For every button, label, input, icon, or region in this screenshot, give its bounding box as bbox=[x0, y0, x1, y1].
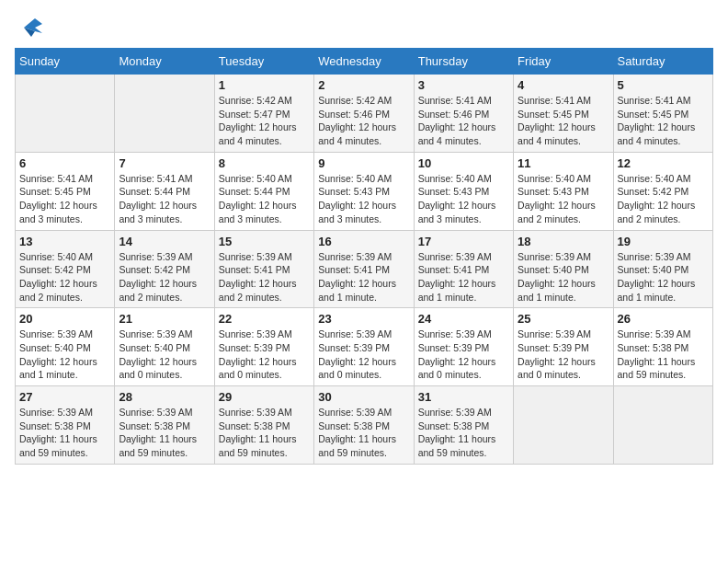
day-number: 19 bbox=[618, 235, 709, 248]
day-number: 18 bbox=[518, 235, 609, 248]
calendar-cell: 18Sunrise: 5:39 AM Sunset: 5:40 PM Dayli… bbox=[514, 230, 613, 308]
calendar-cell: 26Sunrise: 5:39 AM Sunset: 5:38 PM Dayli… bbox=[613, 308, 712, 386]
calendar-day-header: Friday bbox=[514, 49, 613, 75]
day-info: Sunrise: 5:39 AM Sunset: 5:38 PM Dayligh… bbox=[19, 406, 110, 460]
calendar-cell: 23Sunrise: 5:39 AM Sunset: 5:39 PM Dayli… bbox=[314, 308, 414, 386]
calendar-cell: 2Sunrise: 5:42 AM Sunset: 5:46 PM Daylig… bbox=[314, 75, 414, 153]
logo-bird-icon bbox=[17, 15, 44, 40]
calendar-day-header: Sunday bbox=[16, 49, 115, 75]
day-info: Sunrise: 5:40 AM Sunset: 5:44 PM Dayligh… bbox=[219, 172, 310, 226]
day-info: Sunrise: 5:40 AM Sunset: 5:43 PM Dayligh… bbox=[518, 172, 609, 226]
day-info: Sunrise: 5:39 AM Sunset: 5:42 PM Dayligh… bbox=[119, 250, 210, 304]
calendar-cell: 31Sunrise: 5:39 AM Sunset: 5:38 PM Dayli… bbox=[414, 386, 513, 465]
calendar-day-header: Tuesday bbox=[214, 49, 313, 75]
calendar-cell bbox=[115, 75, 214, 153]
day-info: Sunrise: 5:39 AM Sunset: 5:38 PM Dayligh… bbox=[219, 406, 310, 460]
calendar-cell bbox=[613, 386, 712, 465]
calendar-cell: 10Sunrise: 5:40 AM Sunset: 5:43 PM Dayli… bbox=[414, 152, 513, 230]
calendar-cell: 19Sunrise: 5:39 AM Sunset: 5:40 PM Dayli… bbox=[613, 230, 712, 308]
day-number: 1 bbox=[219, 78, 310, 92]
calendar-cell: 25Sunrise: 5:39 AM Sunset: 5:39 PM Dayli… bbox=[514, 308, 613, 386]
day-info: Sunrise: 5:39 AM Sunset: 5:41 PM Dayligh… bbox=[219, 250, 310, 304]
day-info: Sunrise: 5:39 AM Sunset: 5:38 PM Dayligh… bbox=[618, 327, 709, 382]
day-info: Sunrise: 5:39 AM Sunset: 5:39 PM Dayligh… bbox=[318, 327, 409, 382]
calendar-cell: 16Sunrise: 5:39 AM Sunset: 5:41 PM Dayli… bbox=[314, 230, 414, 308]
day-number: 8 bbox=[219, 156, 310, 170]
calendar-cell bbox=[16, 75, 115, 153]
day-number: 2 bbox=[318, 78, 409, 92]
day-info: Sunrise: 5:41 AM Sunset: 5:44 PM Dayligh… bbox=[119, 172, 210, 226]
week-row: 13Sunrise: 5:40 AM Sunset: 5:42 PM Dayli… bbox=[16, 230, 713, 308]
day-number: 6 bbox=[19, 156, 110, 170]
calendar-cell: 12Sunrise: 5:40 AM Sunset: 5:42 PM Dayli… bbox=[613, 152, 712, 230]
calendar-cell: 14Sunrise: 5:39 AM Sunset: 5:42 PM Dayli… bbox=[115, 230, 214, 308]
calendar-cell: 13Sunrise: 5:40 AM Sunset: 5:42 PM Dayli… bbox=[16, 230, 115, 308]
calendar-cell: 22Sunrise: 5:39 AM Sunset: 5:39 PM Dayli… bbox=[214, 308, 313, 386]
day-info: Sunrise: 5:39 AM Sunset: 5:40 PM Dayligh… bbox=[119, 327, 210, 382]
day-number: 31 bbox=[418, 390, 509, 404]
logo bbox=[15, 15, 44, 37]
day-info: Sunrise: 5:41 AM Sunset: 5:45 PM Dayligh… bbox=[518, 94, 609, 148]
day-number: 29 bbox=[219, 390, 310, 404]
calendar-cell: 6Sunrise: 5:41 AM Sunset: 5:45 PM Daylig… bbox=[16, 152, 115, 230]
day-number: 10 bbox=[418, 156, 509, 170]
calendar-header-row: SundayMondayTuesdayWednesdayThursdayFrid… bbox=[16, 49, 713, 75]
day-number: 27 bbox=[19, 390, 110, 404]
day-info: Sunrise: 5:39 AM Sunset: 5:39 PM Dayligh… bbox=[418, 327, 509, 382]
day-number: 26 bbox=[618, 312, 709, 326]
day-number: 30 bbox=[318, 390, 409, 404]
day-info: Sunrise: 5:39 AM Sunset: 5:39 PM Dayligh… bbox=[518, 327, 609, 382]
day-number: 12 bbox=[618, 156, 709, 170]
day-info: Sunrise: 5:42 AM Sunset: 5:46 PM Dayligh… bbox=[318, 94, 409, 148]
calendar-day-header: Thursday bbox=[414, 49, 513, 75]
day-number: 20 bbox=[19, 312, 110, 326]
day-number: 15 bbox=[219, 235, 310, 248]
day-number: 28 bbox=[119, 390, 210, 404]
calendar-day-header: Monday bbox=[115, 49, 214, 75]
day-info: Sunrise: 5:41 AM Sunset: 5:46 PM Dayligh… bbox=[418, 94, 509, 148]
day-info: Sunrise: 5:39 AM Sunset: 5:40 PM Dayligh… bbox=[618, 250, 709, 304]
calendar-cell: 5Sunrise: 5:41 AM Sunset: 5:45 PM Daylig… bbox=[613, 75, 712, 153]
calendar-cell: 11Sunrise: 5:40 AM Sunset: 5:43 PM Dayli… bbox=[514, 152, 613, 230]
week-row: 1Sunrise: 5:42 AM Sunset: 5:47 PM Daylig… bbox=[16, 75, 713, 153]
calendar-cell: 7Sunrise: 5:41 AM Sunset: 5:44 PM Daylig… bbox=[115, 152, 214, 230]
calendar-day-header: Wednesday bbox=[314, 49, 414, 75]
day-info: Sunrise: 5:39 AM Sunset: 5:41 PM Dayligh… bbox=[418, 250, 509, 304]
day-number: 16 bbox=[318, 235, 409, 248]
day-info: Sunrise: 5:40 AM Sunset: 5:43 PM Dayligh… bbox=[318, 172, 409, 226]
calendar-cell: 21Sunrise: 5:39 AM Sunset: 5:40 PM Dayli… bbox=[115, 308, 214, 386]
calendar-cell: 30Sunrise: 5:39 AM Sunset: 5:38 PM Dayli… bbox=[314, 386, 414, 465]
calendar-cell bbox=[514, 386, 613, 465]
calendar-cell: 24Sunrise: 5:39 AM Sunset: 5:39 PM Dayli… bbox=[414, 308, 513, 386]
day-number: 17 bbox=[418, 235, 509, 248]
day-info: Sunrise: 5:42 AM Sunset: 5:47 PM Dayligh… bbox=[219, 94, 310, 148]
day-info: Sunrise: 5:39 AM Sunset: 5:38 PM Dayligh… bbox=[418, 406, 509, 460]
day-info: Sunrise: 5:39 AM Sunset: 5:41 PM Dayligh… bbox=[318, 250, 409, 304]
day-info: Sunrise: 5:41 AM Sunset: 5:45 PM Dayligh… bbox=[19, 172, 110, 226]
calendar-cell: 9Sunrise: 5:40 AM Sunset: 5:43 PM Daylig… bbox=[314, 152, 414, 230]
calendar-cell: 4Sunrise: 5:41 AM Sunset: 5:45 PM Daylig… bbox=[514, 75, 613, 153]
calendar-day-header: Saturday bbox=[613, 49, 712, 75]
day-number: 24 bbox=[418, 312, 509, 326]
week-row: 20Sunrise: 5:39 AM Sunset: 5:40 PM Dayli… bbox=[16, 308, 713, 386]
calendar-cell: 1Sunrise: 5:42 AM Sunset: 5:47 PM Daylig… bbox=[214, 75, 313, 153]
calendar-cell: 28Sunrise: 5:39 AM Sunset: 5:38 PM Dayli… bbox=[115, 386, 214, 465]
day-number: 14 bbox=[119, 235, 210, 248]
calendar-cell: 29Sunrise: 5:39 AM Sunset: 5:38 PM Dayli… bbox=[214, 386, 313, 465]
day-info: Sunrise: 5:40 AM Sunset: 5:43 PM Dayligh… bbox=[418, 172, 509, 226]
day-number: 25 bbox=[518, 312, 609, 326]
day-info: Sunrise: 5:41 AM Sunset: 5:45 PM Dayligh… bbox=[618, 94, 709, 148]
day-info: Sunrise: 5:39 AM Sunset: 5:39 PM Dayligh… bbox=[219, 327, 310, 382]
day-number: 3 bbox=[418, 78, 509, 92]
calendar-cell: 3Sunrise: 5:41 AM Sunset: 5:46 PM Daylig… bbox=[414, 75, 513, 153]
day-number: 4 bbox=[518, 78, 609, 92]
day-info: Sunrise: 5:39 AM Sunset: 5:38 PM Dayligh… bbox=[318, 406, 409, 460]
day-number: 11 bbox=[518, 156, 609, 170]
day-number: 13 bbox=[19, 235, 110, 248]
week-row: 6Sunrise: 5:41 AM Sunset: 5:45 PM Daylig… bbox=[16, 152, 713, 230]
day-info: Sunrise: 5:39 AM Sunset: 5:38 PM Dayligh… bbox=[119, 406, 210, 460]
day-number: 21 bbox=[119, 312, 210, 326]
day-info: Sunrise: 5:39 AM Sunset: 5:40 PM Dayligh… bbox=[19, 327, 110, 382]
calendar-cell: 15Sunrise: 5:39 AM Sunset: 5:41 PM Dayli… bbox=[214, 230, 313, 308]
calendar-cell: 20Sunrise: 5:39 AM Sunset: 5:40 PM Dayli… bbox=[16, 308, 115, 386]
